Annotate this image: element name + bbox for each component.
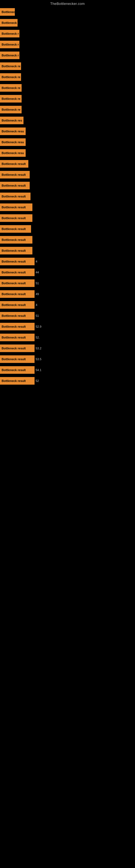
bar-label: Bottleneck result (0, 312, 35, 319)
bar-row: Bottleneck result44 (0, 267, 135, 278)
bar-label: Bottleneck re (0, 95, 21, 102)
bar-value: 49 (36, 292, 39, 296)
bar-row: Bottleneck (0, 7, 135, 17)
bar-label: Bottleneck re (0, 84, 21, 92)
bar-row: Bottleneck result (0, 159, 135, 169)
bar-label: Bottleneck result (0, 193, 31, 200)
bar-row: Bottleneck result4 (0, 300, 135, 310)
bar-row: Bottleneck re (0, 104, 135, 115)
bar-row: Bottleneck result (0, 224, 135, 234)
bar-row: Bottleneck re (0, 94, 135, 104)
bar-label: Bottleneck r (0, 30, 19, 37)
bar-label: Bottleneck resu (0, 138, 26, 146)
bar-label: Bottleneck resu (0, 149, 26, 157)
bar-label: Bottleneck r (0, 41, 19, 48)
bar-value: 54.1 (36, 368, 41, 372)
bar-label: Bottleneck result (0, 214, 32, 222)
bar-label: Bottleneck result (0, 377, 35, 384)
bar-value: 52. (36, 336, 40, 339)
bar-label: Bottleneck result (0, 225, 31, 233)
bar-label: Bottleneck result (0, 323, 35, 330)
bar-label: Bottleneck re (0, 62, 21, 70)
bar-label: Bottleneck r (0, 19, 17, 27)
bar-label: Bottleneck result (0, 160, 28, 167)
bar-row: Bottleneck result (0, 180, 135, 191)
bar-label: Bottleneck result (0, 258, 35, 265)
bar-label: Bottleneck (0, 8, 15, 16)
bar-row: Bottleneck result51 (0, 311, 135, 321)
bar-row: Bottleneck result (0, 235, 135, 245)
site-title: TheBottlenecker.com (0, 0, 135, 7)
bar-row: Bottleneck result53.2 (0, 343, 135, 353)
bar-row: Bottleneck result53.5 (0, 354, 135, 364)
bar-row: Bottleneck result (0, 191, 135, 202)
bar-row: Bottleneck result (0, 246, 135, 256)
bar-row: Bottleneck result49 (0, 289, 135, 299)
bar-label: Bottleneck result (0, 279, 35, 287)
bar-value: 4 (36, 303, 37, 307)
bar-label: Bottleneck result (0, 204, 32, 211)
bar-label: Bottleneck result (0, 290, 35, 298)
bar-row: Bottleneck resu (0, 137, 135, 147)
bar-label: Bottleneck result (0, 334, 35, 341)
bar-row: Bottleneck result54.1 (0, 365, 135, 375)
bar-row: Bottleneck r (0, 18, 135, 28)
bar-label: Bottleneck result (0, 366, 35, 374)
bar-label: Bottleneck result (0, 269, 35, 276)
bar-row: Bottleneck result52. (0, 332, 135, 343)
bar-label: Bottleneck result (0, 344, 35, 352)
bar-row: Bottleneck result (0, 202, 135, 212)
bar-value: 53.5 (36, 358, 41, 361)
bar-row: Bottleneck result52 (0, 376, 135, 386)
bar-row: Bottleneck r (0, 29, 135, 39)
bar-row: Bottleneck result52.9 (0, 321, 135, 332)
bar-label: Bottleneck result (0, 355, 35, 363)
bar-label: Bottleneck re (0, 73, 21, 81)
bar-row: Bottleneck r (0, 39, 135, 50)
bar-value: 52 (36, 379, 39, 382)
bar-value: 44 (36, 271, 39, 274)
bar-row: Bottleneck result51 (0, 278, 135, 288)
bar-label: Bottleneck result (0, 171, 30, 179)
bar-value: 53.2 (36, 347, 41, 350)
bar-label: Bottleneck res (0, 117, 24, 124)
bar-label: Bottleneck result (0, 301, 35, 309)
bar-row: Bottleneck resu (0, 148, 135, 158)
bar-row: Bottleneck re (0, 72, 135, 82)
bar-value: 4 (36, 260, 37, 263)
bar-row: Bottleneck resu (0, 126, 135, 136)
bar-row: Bottleneck re (0, 61, 135, 71)
bar-row: Bottleneck result4 (0, 256, 135, 267)
bar-label: Bottleneck re (0, 106, 21, 113)
bar-label: Bottleneck result (0, 236, 32, 244)
bar-row: Bottleneck result (0, 213, 135, 223)
bar-label: Bottleneck result (0, 247, 32, 254)
bar-label: Bottleneck r (0, 52, 19, 59)
bar-label: Bottleneck resu (0, 127, 26, 135)
bar-row: Bottleneck re (0, 83, 135, 93)
bar-row: Bottleneck result (0, 169, 135, 180)
bar-value: 51 (36, 282, 39, 285)
bar-row: Bottleneck res (0, 115, 135, 126)
bar-value: 51 (36, 314, 39, 317)
bar-label: Bottleneck result (0, 182, 30, 189)
bar-value: 52.9 (36, 325, 41, 328)
bar-row: Bottleneck r (0, 50, 135, 61)
